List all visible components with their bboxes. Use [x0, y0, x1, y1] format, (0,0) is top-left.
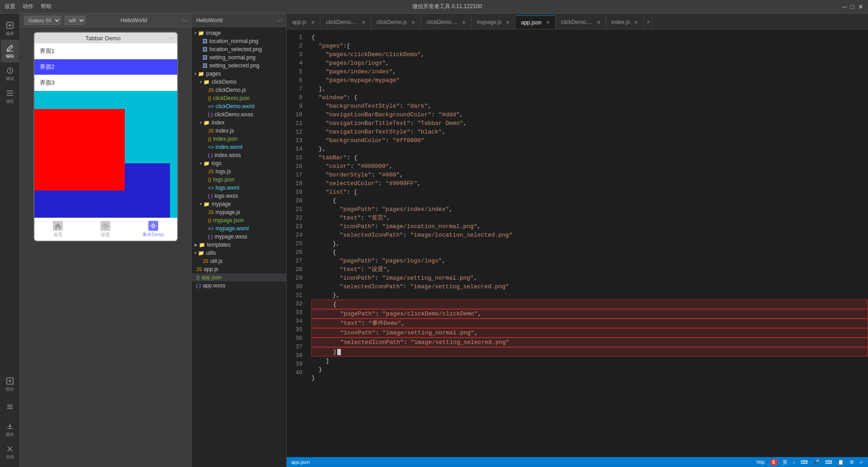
more-button[interactable]: ··· [182, 17, 187, 24]
file-clickdemo-js[interactable]: JS clickDemo.js [192, 86, 286, 94]
file-label-clickdemo-json: clickDemo.json [213, 95, 250, 101]
statusbar-note: ♪ [793, 459, 796, 465]
file-util-js[interactable]: JS util.js [192, 257, 286, 265]
tab-close-indexjs[interactable]: ✕ [634, 20, 638, 25]
tab-indexjs[interactable]: index.js ✕ [606, 15, 644, 29]
file-mypage-wxml[interactable]: <> mypage.wxml [192, 224, 286, 233]
file-label-index-wxss: index.wxss [214, 152, 241, 158]
file-mypage-wxss[interactable]: { } mypage.wxss [192, 233, 286, 241]
file-logs-wxml[interactable]: <> logs.wxml [192, 184, 286, 192]
page-item-1[interactable]: 界面1 [34, 43, 177, 59]
ln17: 17 [287, 171, 302, 179]
file-app-wxss[interactable]: { } app.wxss [192, 281, 286, 290]
page-item-2[interactable]: 界面2 [34, 59, 177, 75]
tab-close-clickdemojs[interactable]: ✕ [411, 20, 415, 25]
file-clickdemo-json[interactable]: {} clickDemo.json [192, 94, 286, 102]
file-label-clickdemo-wxml: clickDemo.wxml [216, 103, 255, 110]
file-index-json[interactable]: {} index.json [192, 135, 286, 143]
sidebar-item-list[interactable] [1, 396, 19, 418]
sidebar-item-compile[interactable]: 编译 [1, 17, 19, 40]
folder-mypage[interactable]: ▾ 📁 mypage [192, 200, 286, 208]
folder-index[interactable]: ▾ 📁 index [192, 119, 286, 127]
folder-pages[interactable]: ▾ 📁 pages [192, 70, 286, 78]
code-line-26: { [311, 248, 868, 257]
tab-appjs[interactable]: app.js ✕ [287, 15, 321, 29]
ln32: 32 [287, 300, 302, 308]
tab-clickdemo2[interactable]: clickDemo.... ✕ [421, 15, 472, 29]
ln36: 36 [287, 334, 302, 343]
ln38: 38 [287, 351, 302, 360]
file-index-wxss[interactable]: { } index.wxss [192, 151, 286, 159]
menu-settings[interactable]: 设置 [5, 3, 15, 10]
folder-utils[interactable]: ▾ 📁 utils [192, 249, 286, 257]
file-icon-json2: {} [208, 136, 211, 142]
folder-templates[interactable]: ▶ 📁 templates [192, 241, 286, 249]
sidebar-item-add[interactable]: 组台 [1, 373, 19, 396]
tab-home-icon [53, 221, 63, 231]
code-line-22: "text": "首页", [311, 214, 868, 222]
explorer-more[interactable]: ··· [277, 17, 282, 24]
file-clickdemo-wxml[interactable]: <> clickDemo.wxml [192, 102, 286, 110]
tab-close-appjson[interactable]: ✕ [546, 20, 550, 25]
device-select[interactable]: Galaxy S5 [24, 16, 61, 25]
file-setting-selecred[interactable]: 🖼 setting_selecred.png [192, 62, 286, 70]
menu-actions[interactable]: 动作 [23, 3, 33, 10]
menu-help[interactable]: 帮助 [41, 3, 52, 10]
ln21: 21 [287, 205, 302, 214]
file-setting-normal[interactable]: 🖼 setting_normal.png [192, 53, 286, 62]
tab-clickdemo-js[interactable]: clickDemo.js ✕ [371, 15, 421, 29]
close-button[interactable]: ✕ [858, 3, 863, 10]
tab-close-mypagejs[interactable]: ✕ [506, 20, 509, 25]
tab-mypage-js[interactable]: mypage.js ✕ [472, 15, 516, 29]
folder-clickdemo[interactable]: ▾ 📁 clickDemo [192, 78, 286, 86]
sidebar-item-debug[interactable]: 调试 [1, 62, 19, 85]
file-location-normal[interactable]: 🖼 location_normal.png [192, 37, 286, 45]
file-app-js[interactable]: JS app.js [192, 265, 286, 273]
tab-clickdemo1[interactable]: clickDemo.... ✕ [321, 15, 371, 29]
file-mypage-json[interactable]: {} mypage.json [192, 216, 286, 224]
file-icon-js5: JS [203, 258, 208, 264]
tab-close-appjs[interactable]: ✕ [311, 20, 315, 25]
ln23: 23 [287, 222, 302, 231]
code-text[interactable]: { "pages":[ "pages/clickDemo/clickDemo",… [307, 29, 868, 457]
device-preview: Tabbar Demo ··· 界面1 界面2 界面3 [20, 27, 191, 467]
tab-close-clickdemo1[interactable]: ✕ [362, 20, 365, 25]
network-select[interactable]: wifi [65, 16, 85, 25]
sidebar-item-edit[interactable]: 编辑 [1, 40, 19, 62]
file-clickdemo-wxss[interactable]: { } clickDemo.wxss [192, 110, 286, 119]
file-logs-js[interactable]: JS logs.js [192, 167, 286, 176]
sidebar-label-edit: 编辑 [6, 53, 14, 59]
file-index-wxml[interactable]: <> index.wxml [192, 143, 286, 151]
phone-more-icon[interactable]: ··· [168, 34, 174, 42]
file-app-json[interactable]: {} app.json [192, 273, 286, 281]
sidebar-item-close[interactable]: 关闭 [1, 441, 19, 463]
folder-icon-mypage: 📁 [203, 201, 210, 207]
tab-clickdemo3[interactable]: clickDemo.... ✕ [556, 15, 606, 29]
folder-image[interactable]: ▾ 📁 image [192, 29, 286, 37]
sidebar-item-download[interactable]: 援存 [1, 418, 19, 441]
tab-event-demo[interactable]: 事件Demo [129, 218, 177, 241]
folder-logs[interactable]: ▾ 📁 logs [192, 159, 286, 167]
sidebar-item-project[interactable]: 项目 [1, 85, 19, 108]
tab-close-clickdemo2[interactable]: ✕ [462, 20, 466, 25]
tab-settings[interactable]: 设置 [82, 218, 129, 241]
tab-more[interactable]: > [644, 15, 653, 29]
phone-frame: Tabbar Demo ··· 界面1 界面2 界面3 [33, 32, 178, 242]
minimize-button[interactable]: ─ [843, 3, 847, 10]
maximize-button[interactable]: □ [851, 3, 854, 10]
statusbar-right: http S 英 ♪ ⌨ 🎤 ⌨ 📋 ⚙ ✓ [756, 459, 863, 466]
tab-close-clickdemo3[interactable]: ✕ [597, 20, 600, 25]
file-mypage-js[interactable]: JS mypage.js [192, 208, 286, 216]
file-logs-json[interactable]: {} logs.json [192, 176, 286, 184]
file-label-index-js: index.js [216, 128, 234, 134]
file-logs-wxss[interactable]: { } logs.wxss [192, 192, 286, 200]
tab-home[interactable]: 首页 [34, 218, 82, 241]
file-index-js[interactable]: JS index.js [192, 127, 286, 135]
tab-settings-label: 设置 [101, 232, 110, 238]
file-location-selected[interactable]: 🖼 location_selected.png [192, 45, 286, 53]
svg-point-4 [152, 224, 155, 227]
file-icon-js2: JS [208, 128, 214, 133]
tab-app-json[interactable]: app.json ✕ [515, 15, 555, 29]
ln11: 11 [287, 119, 302, 128]
page-item-3[interactable]: 界面3 [34, 75, 177, 91]
